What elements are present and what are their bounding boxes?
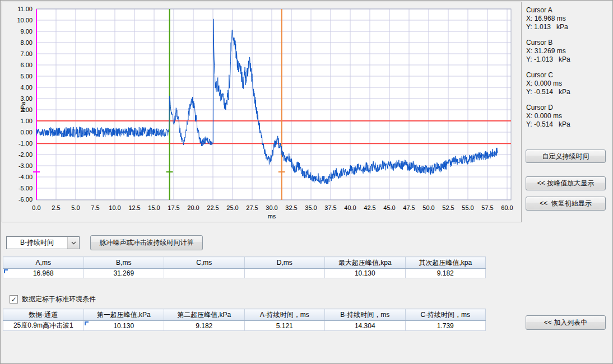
column-header[interactable]: C,ms <box>164 257 245 269</box>
cursor-d-title: Cursor D <box>526 104 610 112</box>
cursor-a-y: Y: 1.013 kPa <box>526 23 610 31</box>
svg-text:6.00: 6.00 <box>21 62 32 68</box>
table-cell[interactable]: 16.968 <box>3 269 84 278</box>
svg-text:40.0: 40.0 <box>344 204 356 211</box>
duration-type-select[interactable]: B-持续时间 <box>6 236 80 249</box>
column-header[interactable]: A-持续时间，ms <box>244 309 325 321</box>
svg-text:32.5: 32.5 <box>285 204 297 211</box>
svg-text:25.0: 25.0 <box>226 204 238 211</box>
svg-text:15.0: 15.0 <box>148 204 160 211</box>
svg-text:45.0: 45.0 <box>383 204 395 211</box>
svg-text:-2.00: -2.00 <box>18 151 32 158</box>
svg-text:3.00: 3.00 <box>21 95 32 102</box>
standard-env-checkbox[interactable]: ✓ <box>10 295 18 304</box>
cursor-a-title: Cursor A <box>526 6 610 15</box>
table-cell[interactable]: 10.130 <box>83 321 164 331</box>
table-cell[interactable] <box>244 269 325 278</box>
svg-text:60.0: 60.0 <box>501 204 513 211</box>
svg-text:17.5: 17.5 <box>168 204 179 211</box>
svg-text:35.0: 35.0 <box>305 204 317 211</box>
svg-text:2.5: 2.5 <box>52 204 60 211</box>
table-cell[interactable]: 31.269 <box>83 269 164 278</box>
svg-text:47.5: 47.5 <box>403 204 415 211</box>
column-header[interactable]: 第二超压峰值,kPa <box>164 309 245 321</box>
svg-text:22.5: 22.5 <box>207 204 219 211</box>
cursor-c-x: X: 0.000 ms <box>526 80 610 88</box>
duration-calc-button[interactable]: 脉冲噪声或冲击波持续时间计算 <box>90 235 203 250</box>
svg-text:57.5: 57.5 <box>481 204 493 211</box>
cursor-d-y: Y: -0.514 kPa <box>526 120 610 129</box>
svg-text:-6.00: -6.00 <box>18 196 32 203</box>
table-cell[interactable]: 1.739 <box>405 321 486 331</box>
svg-text:0.0: 0.0 <box>32 204 40 211</box>
zoom-to-peak-button[interactable]: << 按峰值放大显示 <box>526 176 606 190</box>
svg-text:9.00: 9.00 <box>21 28 32 35</box>
app-window: 11.0010.009.008.007.006.005.004.003.002.… <box>0 0 613 364</box>
chevron-down-icon <box>71 241 76 245</box>
svg-text:-3.00: -3.00 <box>18 162 32 169</box>
duration-type-value: B-持续时间 <box>7 237 67 249</box>
result-values-table: 数据-通道第一超压峰值,kPa第二超压峰值,kPaA-持续时间，msB-持续时间… <box>3 309 486 331</box>
svg-text:ms: ms <box>268 213 276 220</box>
checkmark-icon: ✓ <box>11 296 16 303</box>
svg-text:30.0: 30.0 <box>266 204 277 211</box>
svg-text:11.00: 11.00 <box>17 6 32 12</box>
restore-initial-view-button[interactable]: << 恢复初始显示 <box>526 197 606 211</box>
cursor-c-title: Cursor C <box>526 71 610 80</box>
svg-text:52.5: 52.5 <box>442 204 454 211</box>
cursor-d-x: X: 0.000 ms <box>526 112 610 120</box>
svg-text:-1.00: -1.00 <box>18 140 32 147</box>
column-header[interactable]: B,ms <box>83 257 164 269</box>
cursor-c-y: Y: -0.514 kPa <box>526 88 610 96</box>
column-header[interactable]: 最大超压峰值,kpa <box>325 257 406 269</box>
svg-text:27.5: 27.5 <box>246 204 258 211</box>
column-header[interactable]: C-持续时间，ms <box>405 309 486 321</box>
table-cell[interactable]: 9.182 <box>405 269 486 278</box>
cursor-readout-panel: Cursor A X: 16.968 ms Y: 1.013 kPa Curso… <box>526 6 610 136</box>
svg-text:10.00: 10.00 <box>17 17 32 24</box>
table-cell[interactable]: 9.182 <box>164 321 245 331</box>
cursor-b-title: Cursor B <box>526 39 610 47</box>
column-header[interactable]: 其次超压峰值,kpa <box>405 257 486 269</box>
active-cell-marker <box>4 269 8 273</box>
svg-text:8.00: 8.00 <box>21 39 32 46</box>
column-header[interactable]: A,ms <box>3 257 84 269</box>
svg-text:50.0: 50.0 <box>422 204 434 211</box>
svg-text:55.0: 55.0 <box>462 204 473 211</box>
standard-env-row: ✓ 数据定标于标准环境条件 <box>10 295 96 304</box>
cursor-d-readout: Cursor D X: 0.000 ms Y: -0.514 kPa <box>526 104 610 129</box>
column-header[interactable]: D,ms <box>244 257 325 269</box>
svg-text:0.00: 0.00 <box>21 129 32 136</box>
svg-text:-4.00: -4.00 <box>18 174 32 180</box>
add-to-list-button[interactable]: << 加入列表中 <box>526 315 606 330</box>
column-header[interactable]: 第一超压峰值,kPa <box>83 309 164 321</box>
svg-text:12.5: 12.5 <box>128 204 140 211</box>
svg-text:4.00: 4.00 <box>21 84 32 91</box>
svg-text:20.0: 20.0 <box>187 204 199 211</box>
column-header[interactable]: B-持续时间，ms <box>325 309 406 321</box>
svg-text:-5.00: -5.00 <box>18 185 32 192</box>
cursor-a-x: X: 16.968 ms <box>526 15 610 23</box>
waveform-chart[interactable]: 11.0010.009.008.007.006.005.004.003.002.… <box>1 1 523 225</box>
table-cell[interactable]: 5.121 <box>244 321 325 331</box>
cursor-b-x: X: 31.269 ms <box>526 47 610 55</box>
standard-env-label: 数据定标于标准环境条件 <box>22 295 96 304</box>
svg-text:kPa: kPa <box>20 101 26 113</box>
combo-dropdown-button[interactable] <box>67 237 79 249</box>
table-header-row: A,msB,msC,msD,ms最大超压峰值,kpa其次超压峰值,kpa <box>3 257 486 269</box>
svg-text:5.0: 5.0 <box>71 204 80 211</box>
cursor-a-readout: Cursor A X: 16.968 ms Y: 1.013 kPa <box>526 6 610 31</box>
svg-text:5.00: 5.00 <box>21 73 32 80</box>
svg-text:10.0: 10.0 <box>109 204 120 211</box>
svg-text:42.5: 42.5 <box>364 204 375 211</box>
custom-duration-button[interactable]: 自定义持续时间 <box>526 150 606 163</box>
svg-text:7.00: 7.00 <box>21 50 32 57</box>
cursor-b-y: Y: -1.013 kPa <box>526 55 610 64</box>
table-cell[interactable] <box>164 269 245 278</box>
table-cell[interactable]: 14.304 <box>325 321 406 331</box>
column-header[interactable]: 数据-通道 <box>3 309 84 321</box>
svg-text:1.00: 1.00 <box>21 118 32 124</box>
table-cell[interactable]: 25度0.9m高冲击波1 <box>3 321 84 331</box>
cursor-b-readout: Cursor B X: 31.269 ms Y: -1.013 kPa <box>526 39 610 64</box>
table-cell[interactable]: 10.130 <box>325 269 406 278</box>
